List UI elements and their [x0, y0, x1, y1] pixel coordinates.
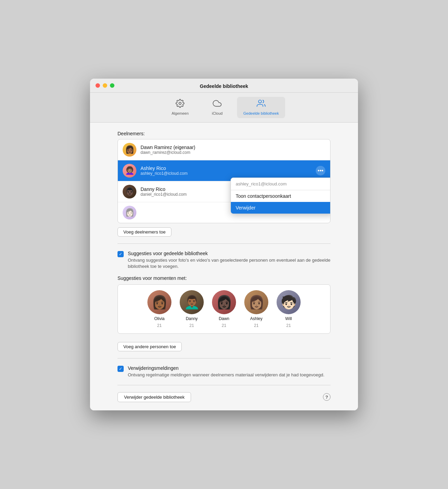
notifications-checkbox-title: Verwijderingsmeldingen — [128, 365, 324, 371]
notifications-checkbox-desc: Ontvang regelmatige meldingen wanneer de… — [128, 372, 324, 378]
svg-point-1 — [258, 100, 261, 103]
tab-algemeen-label: Algemeen — [172, 111, 189, 115]
notifications-checkbox-section: ✓ Verwijderingsmeldingen Ontvang regelma… — [117, 365, 331, 378]
traffic-lights — [96, 83, 114, 88]
participant-email-ashley: ashley_rico1@icloud.com — [141, 171, 312, 176]
person-item-will[interactable]: 🧒🏻 Will 21 — [277, 290, 301, 328]
tab-icloud-label: iCloud — [212, 111, 223, 115]
avatar-dawn: 👩🏾 — [123, 143, 136, 157]
person-item-ashley[interactable]: 👩🏽 Ashley 21 — [244, 290, 268, 328]
people-suggestions-section: Suggesties voor momenten met: 👩🏾 Olivia … — [117, 275, 331, 351]
person-count-olivia: 21 — [157, 323, 161, 328]
suggestions-checkbox-section: ✓ Suggesties voor gedeelde bibliotheek O… — [117, 251, 331, 270]
add-participants-button[interactable]: Voeg deelnemers toe — [117, 227, 171, 237]
person-name-olivia: Olivia — [154, 316, 165, 321]
footer-row: Verwijder gedeelde bibliotheek ? — [117, 392, 331, 402]
dropdown-email: ashley_rico1@icloud.com — [231, 178, 331, 190]
avatar-danny-p: 👨🏾‍🦱 — [180, 290, 204, 314]
person-count-will: 21 — [286, 323, 291, 328]
main-window: Gedeelde bibliotheek Algemeen iCloud — [90, 79, 358, 410]
cloud-icon — [213, 99, 222, 110]
suggestions-checkbox-content: Suggesties voor gedeelde bibliotheek Ont… — [128, 251, 331, 270]
avatar-unknown: 👩🏻 — [123, 206, 136, 219]
avatar-will: 🧒🏻 — [277, 290, 301, 314]
avatar-ashley: 👩🏽‍🦱 — [123, 164, 136, 178]
person-name-dawn: Dawn — [219, 316, 229, 321]
avatar-dawn-p: 👩🏿 — [212, 290, 236, 314]
window-title: Gedeelde bibliotheek — [200, 83, 248, 89]
person-item-dawn[interactable]: 👩🏿 Dawn 21 — [212, 290, 236, 328]
participant-email-dawn: dawn_ramirez@icloud.com — [141, 150, 325, 155]
close-button[interactable] — [96, 83, 100, 88]
person-count-dawn: 21 — [222, 323, 226, 328]
avatar-danny: 👨🏿 — [123, 185, 136, 198]
help-button[interactable]: ? — [323, 393, 331, 401]
divider-2 — [117, 358, 331, 359]
participant-row-dawn[interactable]: 👩🏾 Dawn Ramirez (eigenaar) dawn_ramirez@… — [118, 139, 330, 160]
notifications-checkbox-content: Verwijderingsmeldingen Ontvang regelmati… — [128, 365, 324, 378]
suggestions-checkbox[interactable]: ✓ — [117, 251, 124, 257]
divider-1 — [117, 243, 331, 244]
content-area: Deelnemers: 👩🏾 Dawn Ramirez (eigenaar) d… — [90, 123, 358, 410]
participant-name-dawn: Dawn Ramirez (eigenaar) — [141, 145, 325, 150]
tab-gedeelde-bibliotheek-label: Gedeelde bibliotheek — [243, 111, 279, 115]
dropdown-remove[interactable]: Verwijder — [231, 202, 331, 214]
minimize-button[interactable] — [103, 83, 107, 88]
toolbar: Algemeen iCloud Gedeelde bibliotheek — [90, 93, 358, 123]
suggestions-checkbox-title: Suggesties voor gedeelde bibliotheek — [128, 251, 331, 256]
gear-icon — [176, 99, 184, 110]
participant-info-ashley: Ashley Rico ashley_rico1@icloud.com — [141, 166, 312, 176]
svg-point-0 — [179, 102, 181, 105]
person-item-danny[interactable]: 👨🏾‍🦱 Danny 21 — [180, 290, 204, 328]
person-count-danny: 21 — [189, 323, 194, 328]
tab-icloud[interactable]: iCloud — [200, 97, 234, 118]
notifications-checkbox[interactable]: ✓ — [117, 366, 124, 372]
participants-label: Deelnemers: — [117, 131, 331, 136]
divider-3 — [117, 385, 331, 385]
participant-row-ashley[interactable]: 👩🏽‍🦱 Ashley Rico ashley_rico1@icloud.com… — [118, 160, 330, 181]
tab-gedeelde-bibliotheek[interactable]: Gedeelde bibliotheek — [237, 97, 285, 118]
avatar-olivia: 👩🏾 — [147, 290, 171, 314]
person-count-ashley: 21 — [254, 323, 258, 328]
title-bar: Gedeelde bibliotheek — [90, 79, 358, 93]
more-options-button[interactable]: ••• — [316, 166, 325, 175]
tab-algemeen[interactable]: Algemeen — [163, 97, 197, 118]
participant-name-ashley: Ashley Rico — [141, 166, 312, 171]
person-name-will: Will — [285, 316, 292, 321]
delete-library-button[interactable]: Verwijder gedeelde bibliotheek — [117, 392, 191, 402]
people-grid: 👩🏾 Olivia 21 👨🏾‍🦱 Danny 21 👩🏿 — [117, 284, 331, 334]
suggestions-checkbox-desc: Ontvang suggesties voor foto's en video'… — [128, 257, 331, 270]
participants-list: 👩🏾 Dawn Ramirez (eigenaar) dawn_ramirez@… — [117, 139, 331, 223]
people-icon — [257, 99, 266, 110]
person-name-ashley: Ashley — [250, 316, 262, 321]
avatar-ashley-p: 👩🏽 — [244, 290, 268, 314]
suggestions-section-label: Suggesties voor momenten met: — [117, 275, 331, 281]
add-people-button[interactable]: Voeg andere personen toe — [117, 342, 182, 351]
participant-info-dawn: Dawn Ramirez (eigenaar) dawn_ramirez@icl… — [141, 145, 325, 155]
dropdown-show-contact[interactable]: Toon contactpersoonkaart — [231, 190, 331, 202]
maximize-button[interactable] — [110, 83, 114, 88]
person-name-danny: Danny — [186, 316, 198, 321]
dropdown-popup: ashley_rico1@icloud.com Toon contactpers… — [231, 178, 331, 214]
participants-section: Deelnemers: 👩🏾 Dawn Ramirez (eigenaar) d… — [117, 131, 331, 237]
person-item-olivia[interactable]: 👩🏾 Olivia 21 — [147, 290, 171, 328]
